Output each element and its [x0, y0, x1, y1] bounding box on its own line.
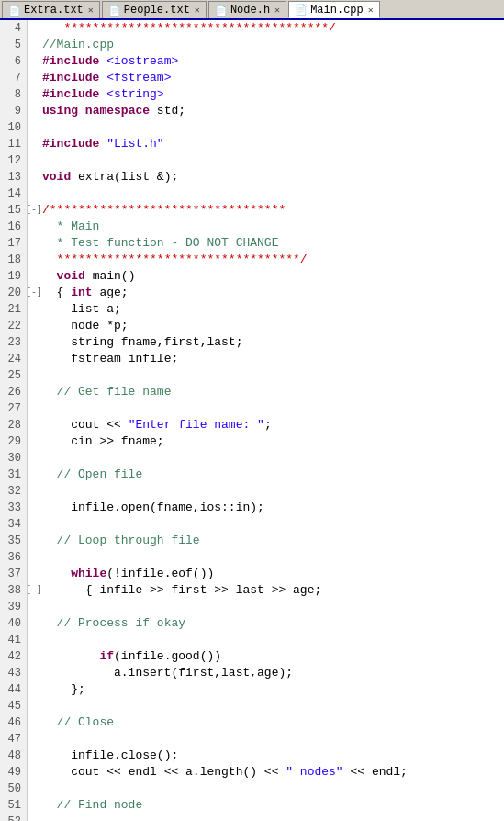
code-line-46: 46 // Close: [0, 714, 504, 731]
code-line-33: 33 infile.open(fname,ios::in);: [0, 500, 504, 516]
code-content: //Main.cpp: [40, 37, 114, 53]
code-line-8: 8#include <string>: [0, 86, 504, 103]
code-content: infile.close();: [40, 748, 178, 764]
code-line-17: 17 * Test function - DO NOT CHANGE: [0, 235, 504, 252]
code-line-50: 50: [0, 781, 504, 797]
code-line-41: 41: [0, 632, 504, 648]
tab-node-h[interactable]: 📄 Node.h ✕: [208, 1, 286, 18]
code-line-28: 28 cout << "Enter file name: ";: [0, 417, 504, 433]
line-number: 15: [0, 202, 28, 219]
code-content: fstream infile;: [40, 351, 178, 367]
code-line-51: 51 // Find node: [0, 797, 504, 814]
code-line-38: 38[-] { infile >> first >> last >> age;: [0, 582, 504, 599]
code-line-40: 40 // Process if okay: [0, 615, 504, 632]
code-line-16: 16 * Main: [0, 219, 504, 235]
line-number: 29: [0, 433, 28, 450]
line-number: 23: [0, 334, 28, 351]
code-line-39: 39: [0, 599, 504, 615]
code-line-34: 34: [0, 516, 504, 533]
code-content: // Find node: [40, 797, 142, 814]
file-icon-main: 📄: [295, 4, 308, 16]
line-number: 38: [0, 582, 28, 599]
code-content: using namespace std;: [40, 103, 185, 119]
code-line-23: 23 string fname,first,last;: [0, 334, 504, 351]
code-line-48: 48 infile.close();: [0, 748, 504, 764]
line-number: 19: [0, 268, 28, 285]
tab-close-people[interactable]: ✕: [195, 5, 200, 16]
code-content: // Loop through file: [40, 533, 200, 549]
line-number: 46: [0, 714, 28, 731]
code-content: #include <string>: [40, 86, 164, 103]
code-content: #include "List.h": [40, 136, 164, 152]
code-line-32: 32: [0, 483, 504, 500]
file-icon-node: 📄: [215, 5, 228, 17]
tab-close-node[interactable]: ✕: [274, 5, 280, 16]
fold-indicator[interactable]: [-]: [28, 202, 40, 219]
code-line-13: 13void extra(list &);: [0, 169, 504, 186]
code-content: cout << endl << a.length() << " nodes" <…: [40, 764, 408, 781]
line-number: 41: [0, 632, 28, 648]
code-line-31: 31 // Open file: [0, 467, 504, 483]
code-line-45: 45: [0, 698, 504, 714]
code-content: while(!infile.eof()): [40, 566, 214, 582]
line-number: 34: [0, 516, 28, 533]
code-content: #include <fstream>: [40, 70, 171, 86]
file-icon-people: 📄: [108, 5, 121, 17]
tab-main-cpp[interactable]: 📄 Main.cpp ✕: [288, 1, 380, 18]
code-content: /*********************************: [40, 202, 286, 219]
code-content: * Test function - DO NOT CHANGE: [40, 235, 278, 252]
line-number: 22: [0, 318, 28, 334]
line-number: 9: [0, 103, 28, 119]
line-number: 6: [0, 53, 28, 70]
code-line-44: 44 };: [0, 681, 504, 698]
line-number: 42: [0, 648, 28, 665]
line-number: 37: [0, 566, 28, 582]
line-number: 52: [0, 814, 28, 821]
line-number: 12: [0, 152, 28, 169]
code-content: cin >> fname;: [40, 433, 164, 450]
code-line-12: 12: [0, 152, 504, 169]
code-content: *************************************/: [40, 20, 336, 37]
code-editor[interactable]: 4 *************************************/…: [0, 20, 504, 821]
code-content: node *p;: [40, 318, 129, 334]
fold-indicator[interactable]: [-]: [28, 285, 40, 301]
file-icon-extra: 📄: [8, 5, 21, 17]
line-number: 13: [0, 169, 28, 186]
line-number: 20: [0, 285, 28, 301]
code-line-9: 9using namespace std;: [0, 103, 504, 119]
line-number: 48: [0, 748, 28, 764]
line-number: 35: [0, 533, 28, 549]
line-number: 24: [0, 351, 28, 367]
code-line-25: 25: [0, 367, 504, 384]
line-number: 11: [0, 136, 28, 152]
line-number: 30: [0, 450, 28, 467]
line-number: 39: [0, 599, 28, 615]
code-line-14: 14: [0, 186, 504, 202]
code-content: a.insert(first,last,age);: [40, 665, 293, 681]
line-number: 18: [0, 252, 28, 268]
code-content: **********************************/: [40, 252, 308, 268]
line-number: 45: [0, 698, 28, 714]
code-content: };: [40, 681, 85, 698]
code-line-18: 18 **********************************/: [0, 252, 504, 268]
code-content: string fname,first,last;: [40, 334, 242, 351]
tab-close-extra[interactable]: ✕: [88, 5, 94, 16]
tab-people-txt[interactable]: 📄 People.txt ✕: [102, 1, 207, 18]
tab-extra-txt[interactable]: 📄 Extra.txt ✕: [2, 1, 100, 18]
code-line-47: 47: [0, 731, 504, 748]
code-content: { infile >> first >> last >> age;: [40, 582, 321, 599]
tab-close-main[interactable]: ✕: [368, 5, 374, 16]
code-line-20: 20[-] { int age;: [0, 285, 504, 301]
code-content: void extra(list &);: [40, 169, 178, 186]
code-line-24: 24 fstream infile;: [0, 351, 504, 367]
fold-indicator[interactable]: [-]: [28, 582, 40, 599]
code-line-21: 21 list a;: [0, 301, 504, 318]
code-content: #include <iostream>: [40, 53, 178, 70]
line-number: 50: [0, 781, 28, 797]
code-line-26: 26 // Get file name: [0, 384, 504, 400]
code-content: list a;: [40, 301, 121, 318]
line-number: 21: [0, 301, 28, 318]
code-line-10: 10: [0, 119, 504, 136]
code-line-7: 7#include <fstream>: [0, 70, 504, 86]
code-line-4: 4 *************************************/: [0, 20, 504, 37]
